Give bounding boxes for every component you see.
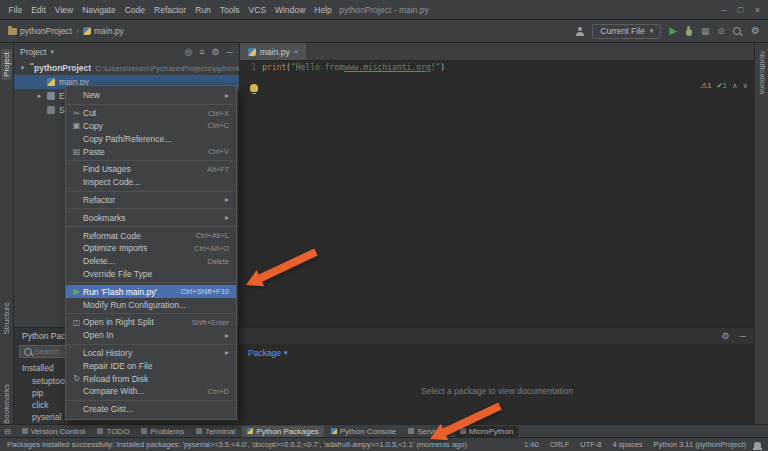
menu-item-label: New: [83, 90, 219, 100]
context-menu-item[interactable]: Copy Path/Reference...: [66, 132, 236, 145]
editor-tab-main-py[interactable]: main.py ×: [240, 43, 306, 60]
tool-window-icon: [196, 428, 202, 434]
menu-bar-item[interactable]: Window: [271, 0, 310, 20]
context-menu-item[interactable]: Inspect Code...: [66, 176, 236, 189]
context-menu-item[interactable]: Refactor: [66, 194, 236, 207]
close-button[interactable]: ×: [749, 0, 766, 20]
navigation-bar: pythonProject › main.py Current File ▾ ▶…: [0, 20, 768, 43]
context-menu-item[interactable]: Compare With... Ctrl+D: [66, 385, 236, 398]
context-menu-item[interactable]: ✂ Cut Ctrl+X: [66, 107, 236, 120]
context-menu-item[interactable]: Create Gist...: [66, 403, 236, 416]
prev-problem-icon[interactable]: ∧: [732, 81, 738, 90]
context-menu-item[interactable]: Override File Type: [66, 268, 236, 281]
run-configuration-selector[interactable]: Current File ▾: [592, 24, 661, 39]
menu-item-label: Refactor: [83, 195, 219, 205]
project-root-name: pythonProject: [34, 63, 91, 73]
context-menu-item[interactable]: Local History: [66, 347, 236, 360]
status-widget[interactable]: UTF-8: [580, 440, 601, 449]
tool-window-tab[interactable]: TODO: [92, 426, 134, 437]
inspections-widget[interactable]: ⚠1 ✔1 ∧ ∨: [701, 81, 748, 90]
tool-window-tab[interactable]: Version Control: [17, 426, 91, 437]
status-widget[interactable]: Python 3.11 (pythonProject): [654, 440, 746, 449]
context-menu-item[interactable]: ▤ Paste Ctrl+V: [66, 145, 236, 158]
tool-strip-bookmarks[interactable]: Bookmarks: [1, 381, 12, 427]
context-menu-item[interactable]: Delete... Delete: [66, 255, 236, 268]
menu-item-label: Repair IDE on File: [83, 361, 223, 371]
breadcrumb-project[interactable]: pythonProject: [8, 26, 72, 36]
context-menu-item[interactable]: Repair IDE on File: [66, 359, 236, 372]
menu-bar-item[interactable]: Navigate: [78, 0, 121, 20]
breadcrumb: pythonProject › main.py: [8, 26, 124, 36]
maximize-button[interactable]: □: [732, 0, 749, 20]
menu-bar-item[interactable]: VCS: [244, 0, 270, 20]
hide-panel-icon[interactable]: ─: [740, 331, 746, 341]
project-panel-header: Project ▾ ◎ ≡ ⚙ ─: [14, 43, 239, 61]
context-menu-item[interactable]: ▣ Copy Ctrl+C: [66, 120, 236, 133]
context-menu-item[interactable]: ◫ Open in Right Split Shift+Enter: [66, 316, 236, 329]
expand-arrow-icon[interactable]: ▸: [36, 92, 43, 100]
menu-bar-item[interactable]: Refactor: [150, 0, 191, 20]
stop-icon[interactable]: ⊘: [717, 26, 725, 36]
next-problem-icon[interactable]: ∨: [743, 81, 749, 90]
status-widget[interactable]: 4 spaces: [613, 440, 643, 449]
chevron-down-icon[interactable]: ▾: [50, 48, 54, 56]
menu-bar-item[interactable]: Help: [310, 0, 336, 20]
intention-bulb-icon[interactable]: [250, 84, 258, 92]
tree-root-row[interactable]: ▾ pythonProject C:\Users\renzo\PycharmPr…: [14, 61, 239, 75]
run-button[interactable]: ▶: [669, 26, 677, 36]
menu-bar-item[interactable]: View: [50, 0, 77, 20]
notifications-bell-icon[interactable]: [754, 442, 761, 448]
menu-item-label: Override File Type: [83, 269, 223, 279]
context-menu-item[interactable]: ▶ Run 'Flash main.py' Ctrl+Shift+F10: [66, 285, 236, 298]
collapse-all-icon[interactable]: ≡: [199, 47, 204, 57]
settings-icon[interactable]: ⚙: [722, 331, 730, 341]
locate-file-icon[interactable]: ◎: [184, 47, 192, 57]
menu-bar-item[interactable]: Edit: [27, 0, 51, 20]
tool-window-tab[interactable]: Problems: [136, 426, 189, 437]
menu-bar-item[interactable]: File: [4, 0, 27, 20]
chevron-down-icon[interactable]: ▾: [19, 64, 26, 72]
context-menu-item[interactable]: ↻ Reload from Disk: [66, 372, 236, 385]
tool-strip-notifications[interactable]: Notifications: [757, 48, 768, 98]
context-menu-item[interactable]: Open In: [66, 329, 236, 342]
tool-window-tab[interactable]: Python Packages: [242, 426, 323, 437]
tool-window-tab[interactable]: Python Console: [326, 426, 401, 437]
tool-window-tab[interactable]: Terminal: [191, 426, 240, 437]
menu-item-icon: ◫: [70, 318, 83, 327]
debug-button[interactable]: [685, 26, 693, 36]
settings-icon[interactable]: ⚙: [212, 47, 220, 57]
search-everywhere-icon[interactable]: [733, 27, 741, 35]
profiler-icon[interactable]: ▦: [701, 26, 710, 36]
context-menu-item[interactable]: Modify Run Configuration...: [66, 298, 236, 311]
package-link[interactable]: Package ▾: [248, 348, 288, 358]
breadcrumb-file[interactable]: main.py: [83, 26, 124, 36]
menu-bar-item[interactable]: Tools: [215, 0, 244, 20]
code-line-1: 1 print("Hello from www.mischianti.org!"…: [240, 61, 754, 74]
status-widget[interactable]: CRLF: [550, 440, 570, 449]
code-with-me-icon[interactable]: [575, 27, 584, 36]
code-hyperlink[interactable]: www.mischianti.org: [344, 63, 431, 72]
editor-tab-bar: main.py ×: [240, 43, 754, 61]
tool-strip-project[interactable]: Project: [1, 49, 12, 80]
context-menu-item[interactable]: New: [66, 89, 236, 102]
menu-bar-item[interactable]: Run: [191, 0, 216, 20]
hide-panel-icon[interactable]: ─: [227, 47, 233, 57]
tool-strip-structure[interactable]: Structure: [1, 299, 12, 337]
search-icon: [24, 348, 32, 356]
pycharm-window: FileEditViewNavigateCodeRefactorRunTools…: [0, 0, 768, 451]
context-menu: New ✂ Cut Ctrl+X ▣ Copy Ctrl+C Copy Path…: [65, 85, 237, 420]
context-menu-item[interactable]: Optimize Imports Ctrl+Alt+O: [66, 242, 236, 255]
context-menu-item[interactable]: Find Usages Alt+F7: [66, 163, 236, 176]
minimize-button[interactable]: –: [715, 0, 732, 20]
settings-icon[interactable]: ⚙: [751, 26, 760, 36]
tool-windows-toggle-icon[interactable]: ⊟: [4, 427, 11, 436]
context-menu-item[interactable]: Bookmarks: [66, 211, 236, 224]
status-widget[interactable]: 1:40: [524, 440, 539, 449]
close-tab-icon[interactable]: ×: [294, 47, 299, 56]
context-menu-item[interactable]: Reformat Code Ctrl+Alt+L: [66, 229, 236, 242]
tool-window-icon: [247, 428, 253, 434]
menu-bar-item[interactable]: Code: [120, 0, 149, 20]
menu-item-shortcut: Shift+Enter: [192, 318, 229, 327]
menu-item-shortcut: Ctrl+Alt+O: [194, 244, 229, 253]
project-folder-icon: [8, 28, 17, 35]
